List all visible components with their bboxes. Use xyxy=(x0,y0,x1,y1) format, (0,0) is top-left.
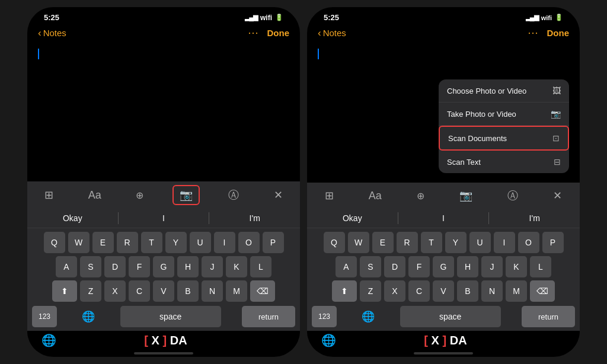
text-cursor-right xyxy=(318,49,319,59)
key-p-right[interactable]: P xyxy=(542,232,564,253)
popup-take-photo[interactable]: Take Photo or Video 📷 xyxy=(439,103,569,126)
key-k-left[interactable]: K xyxy=(226,256,247,277)
back-button-right[interactable]: ‹ Notes xyxy=(318,27,346,39)
key-w-right[interactable]: W xyxy=(348,232,369,253)
backspace-key-left[interactable]: ⌫ xyxy=(250,280,275,302)
key-f-left[interactable]: F xyxy=(129,256,150,277)
key-x-left[interactable]: X xyxy=(104,280,126,302)
text-format-icon-left[interactable]: Aa xyxy=(82,187,107,204)
key-r-right[interactable]: R xyxy=(397,232,418,253)
shift-key-right[interactable]: ⬆ xyxy=(332,280,357,302)
signal-icon-right: ▂▄▆ xyxy=(526,14,538,21)
note-area-left[interactable] xyxy=(27,44,300,181)
nav-dots-left[interactable]: ··· xyxy=(248,27,258,39)
key-y-left[interactable]: Y xyxy=(165,232,187,253)
key-b-left[interactable]: B xyxy=(177,280,199,302)
key-z-left[interactable]: Z xyxy=(80,280,101,302)
key-v-left[interactable]: V xyxy=(153,280,174,302)
popup-scan-documents[interactable]: Scan Documents ⊡ xyxy=(439,126,569,151)
key-s-right[interactable]: S xyxy=(360,256,381,277)
return-key-right[interactable]: return xyxy=(522,306,575,327)
table-icon-left[interactable]: ⊞ xyxy=(39,186,59,204)
key-c-right[interactable]: C xyxy=(408,280,430,302)
key-r-left[interactable]: R xyxy=(117,232,138,253)
key-s-left[interactable]: S xyxy=(80,256,101,277)
globe-icon-left[interactable]: 🌐 xyxy=(78,306,99,327)
key-d-left[interactable]: D xyxy=(104,256,126,277)
mic-icon-right[interactable]: 🎙 xyxy=(555,334,566,347)
autocorrect-pipe-left[interactable]: I xyxy=(119,213,209,223)
key-a-left[interactable]: A xyxy=(56,256,77,277)
pen-icon-left[interactable]: Ⓐ xyxy=(222,186,245,205)
key-q-left[interactable]: Q xyxy=(44,232,65,253)
close-icon-left[interactable]: ✕ xyxy=(268,186,289,204)
checklist-icon-left[interactable]: ⊕ xyxy=(130,187,149,203)
text-format-icon-right[interactable]: Aa xyxy=(363,187,388,205)
table-icon-right[interactable]: ⊞ xyxy=(319,187,340,205)
key-f-right[interactable]: F xyxy=(408,256,430,277)
key-m-right[interactable]: M xyxy=(506,280,527,302)
key-v-right[interactable]: V xyxy=(433,280,454,302)
pen-icon-right[interactable]: Ⓐ xyxy=(501,186,524,205)
back-button-left[interactable]: ‹ Notes xyxy=(38,27,66,39)
done-button-right[interactable]: Done xyxy=(547,28,570,38)
return-key-left[interactable]: return xyxy=(242,306,295,327)
key-e-right[interactable]: E xyxy=(372,232,394,253)
done-button-left[interactable]: Done xyxy=(267,28,290,38)
number-key-left[interactable]: 123 xyxy=(32,306,57,327)
key-n-left[interactable]: N xyxy=(202,280,223,302)
key-j-left[interactable]: J xyxy=(202,256,223,277)
key-m-left[interactable]: M xyxy=(226,280,247,302)
autocorrect-im-right[interactable]: I'm xyxy=(489,213,580,223)
autocorrect-okay-left[interactable]: Okay xyxy=(27,213,118,223)
key-i-left[interactable]: I xyxy=(214,232,235,253)
nav-dots-right[interactable]: ··· xyxy=(528,27,538,39)
key-t-right[interactable]: T xyxy=(421,232,442,253)
shift-key-left[interactable]: ⬆ xyxy=(52,280,77,302)
key-o-left[interactable]: O xyxy=(238,232,260,253)
autocorrect-okay-right[interactable]: Okay xyxy=(307,213,398,223)
key-l-left[interactable]: L xyxy=(250,256,271,277)
space-key-right[interactable]: space xyxy=(400,306,501,327)
checklist-icon-right[interactable]: ⊕ xyxy=(411,188,430,204)
nav-back-label-left: Notes xyxy=(43,28,66,38)
key-o-right[interactable]: O xyxy=(518,232,539,253)
camera-icon-left[interactable]: 📷 xyxy=(172,185,200,205)
key-n-right[interactable]: N xyxy=(481,280,503,302)
autocorrect-im-left[interactable]: I'm xyxy=(209,213,300,223)
key-d-right[interactable]: D xyxy=(384,256,405,277)
number-key-right[interactable]: 123 xyxy=(312,306,337,327)
key-j-right[interactable]: J xyxy=(481,256,503,277)
key-a-right[interactable]: A xyxy=(336,256,357,277)
close-icon-right[interactable]: ✕ xyxy=(547,187,568,205)
key-k-right[interactable]: K xyxy=(506,256,527,277)
key-y-right[interactable]: Y xyxy=(445,232,467,253)
nav-bar-right: ‹ Notes ··· Done xyxy=(307,24,580,44)
backspace-key-right[interactable]: ⌫ xyxy=(530,280,555,302)
key-g-left[interactable]: G xyxy=(153,256,174,277)
key-t-left[interactable]: T xyxy=(141,232,162,253)
key-c-left[interactable]: C xyxy=(129,280,150,302)
key-u-right[interactable]: U xyxy=(469,232,491,253)
key-l-right[interactable]: L xyxy=(530,256,551,277)
key-z-right[interactable]: Z xyxy=(360,280,381,302)
key-u-left[interactable]: U xyxy=(190,232,211,253)
camera-icon-right[interactable]: 📷 xyxy=(453,187,478,205)
key-e-left[interactable]: E xyxy=(92,232,114,253)
key-x-right[interactable]: X xyxy=(384,280,405,302)
key-q-right[interactable]: Q xyxy=(324,232,345,253)
note-area-right[interactable]: Choose Photo or Video 🖼 Take Photo or Vi… xyxy=(307,44,580,183)
autocorrect-pipe-right[interactable]: I xyxy=(398,213,489,223)
key-w-left[interactable]: W xyxy=(68,232,90,253)
globe-icon-right[interactable]: 🌐 xyxy=(357,306,379,327)
key-g-right[interactable]: G xyxy=(433,256,454,277)
mic-icon-left[interactable]: 🎙 xyxy=(275,334,286,347)
key-i-right[interactable]: I xyxy=(494,232,515,253)
popup-scan-text[interactable]: Scan Text ⊟ xyxy=(439,151,569,173)
popup-choose-photo[interactable]: Choose Photo or Video 🖼 xyxy=(439,79,569,103)
key-b-right[interactable]: B xyxy=(457,280,478,302)
key-p-left[interactable]: P xyxy=(263,232,284,253)
space-key-left[interactable]: space xyxy=(120,306,221,327)
key-h-left[interactable]: H xyxy=(177,256,199,277)
key-h-right[interactable]: H xyxy=(457,256,478,277)
